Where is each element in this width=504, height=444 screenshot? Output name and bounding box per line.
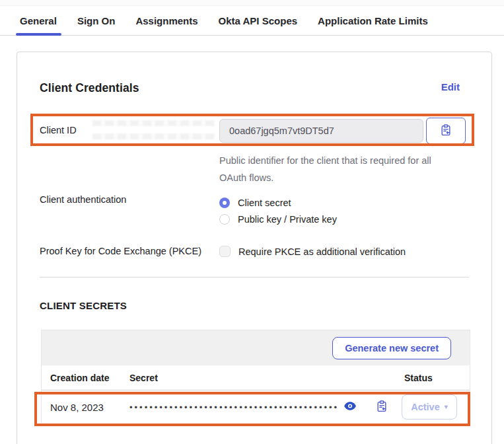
- client-credentials-card: Client Credentials Edit Client ID: [17, 52, 492, 444]
- clipboard-copy-icon: [376, 400, 388, 414]
- radio-option-client-secret[interactable]: Client secret: [219, 194, 337, 211]
- pkce-checkbox-option[interactable]: Require PKCE as additional verification: [219, 246, 406, 257]
- radio-option-label: Client secret: [238, 198, 291, 208]
- status-badge: Active: [411, 402, 440, 412]
- chevron-down-icon: ▾: [445, 404, 448, 410]
- clipboard-copy-icon: [440, 124, 452, 138]
- creation-date-cell: Nov 8, 2023: [50, 402, 129, 413]
- column-header-secret: Secret: [129, 373, 402, 383]
- tab-general[interactable]: General: [20, 6, 57, 35]
- client-authentication-options: Client secret Public key / Private key: [219, 194, 337, 227]
- tab-okta-api-scopes[interactable]: Okta API Scopes: [219, 6, 298, 35]
- client-secrets-table: Generate new secret Creation date Secret…: [41, 330, 470, 424]
- section-divider: [40, 277, 469, 278]
- radio-option-label: Public key / Private key: [238, 214, 337, 225]
- tab-assignments[interactable]: Assignments: [135, 6, 198, 35]
- table-header-row: Creation date Secret Status: [42, 365, 470, 390]
- secret-cell: ••••••••••••••••••••••••••••••••••••••••…: [129, 400, 402, 414]
- edit-link[interactable]: Edit: [441, 81, 460, 92]
- tab-bar: General Sign On Assignments Okta API Sco…: [0, 6, 504, 36]
- generate-new-secret-button[interactable]: Generate new secret: [332, 337, 451, 359]
- radio-option-public-private-key[interactable]: Public key / Private key: [219, 211, 337, 227]
- pkce-row: Proof Key for Code Exchange (PKCE) Requi…: [40, 246, 469, 257]
- status-dropdown-button[interactable]: Active ▾: [402, 394, 457, 420]
- client-id-field-column: Public identifier for the client that is…: [219, 119, 469, 186]
- status-cell: Active ▾: [402, 394, 458, 420]
- client-authentication-label: Client authentication: [40, 194, 219, 227]
- copy-client-id-button[interactable]: [426, 118, 466, 144]
- radio-unselected-icon[interactable]: [219, 214, 230, 225]
- client-credentials-header: Client Credentials Edit: [40, 52, 469, 95]
- checkbox-unchecked-icon[interactable]: [219, 246, 231, 257]
- section-title-client-credentials: Client Credentials: [40, 81, 139, 95]
- pkce-checkbox-label: Require PKCE as additional verification: [238, 246, 406, 257]
- column-header-creation-date: Creation date: [50, 373, 129, 383]
- client-authentication-row: Client authentication Client secret Publ…: [40, 194, 469, 227]
- table-toolbar: Generate new secret: [42, 330, 470, 365]
- section-title-client-secrets: CLIENT SECRETS: [40, 300, 469, 311]
- client-id-input[interactable]: [219, 119, 423, 143]
- radio-selected-icon[interactable]: [219, 198, 230, 208]
- tab-sign-on[interactable]: Sign On: [77, 6, 116, 35]
- reveal-secret-button[interactable]: [344, 402, 356, 412]
- masked-secret-value: ••••••••••••••••••••••••••••••••••••••••…: [129, 402, 339, 412]
- pkce-label: Proof Key for Code Exchange (PKCE): [40, 246, 219, 257]
- client-id-label: Client ID: [40, 119, 219, 186]
- top-strip: [0, 0, 504, 6]
- table-row: Nov 8, 2023 ••••••••••••••••••••••••••••…: [42, 390, 470, 424]
- copy-secret-button[interactable]: [376, 400, 388, 414]
- client-id-row: Client ID Public identifi: [40, 119, 469, 186]
- eye-icon: [344, 402, 356, 412]
- client-id-help-text: Public identifier for the client that is…: [219, 152, 452, 186]
- column-header-status: Status: [402, 373, 458, 383]
- tab-application-rate-limits[interactable]: Application Rate Limits: [318, 6, 428, 35]
